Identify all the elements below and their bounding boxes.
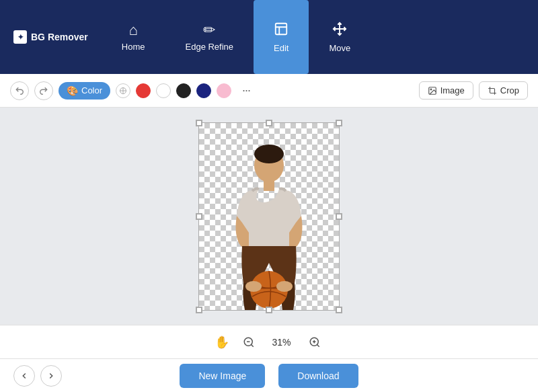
canvas-area [0, 108, 538, 325]
crop-label: Crop [500, 85, 519, 95]
app-title: BG Remover [31, 32, 88, 42]
edit-icon [274, 22, 289, 39]
nav-item-edit[interactable]: Edit [254, 0, 309, 74]
nav-label-move: Move [329, 43, 350, 53]
svg-point-10 [245, 281, 262, 292]
svg-line-16 [317, 344, 319, 346]
color-swatch-pink[interactable] [217, 83, 231, 98]
svg-point-5 [430, 89, 432, 90]
home-icon: ⌂ [129, 23, 138, 38]
crop-handle-bottom-right[interactable] [336, 307, 342, 313]
svg-rect-0 [276, 23, 287, 34]
more-colors-button[interactable]: ··· [237, 83, 256, 98]
crop-handle-top-middle[interactable] [266, 120, 272, 126]
color-button[interactable]: 🎨 Color [59, 82, 110, 100]
prev-button[interactable] [13, 365, 35, 387]
app-logo-icon: ✦ [13, 30, 27, 44]
color-wheel-icon: 🎨 [67, 85, 78, 96]
color-swatch-darkblue[interactable] [196, 83, 211, 98]
svg-point-11 [276, 281, 293, 292]
person-svg [215, 135, 323, 310]
crop-handle-top-left[interactable] [196, 120, 202, 126]
undo-button[interactable] [10, 81, 29, 100]
main-content: 🎨 Color ··· Image [0, 74, 538, 392]
image-label: Image [440, 85, 465, 95]
move-icon [332, 22, 347, 39]
color-swatch-white[interactable] [156, 83, 171, 98]
toolbar-right: Image Crop [419, 81, 528, 100]
color-separator [116, 83, 130, 98]
zoom-out-button[interactable] [239, 333, 258, 352]
nav-items: ⌂ Home ✏ Edge Refine Edit Move [102, 0, 371, 74]
new-image-button[interactable]: New Image [180, 364, 265, 388]
download-label: Download [297, 370, 339, 381]
action-row: New Image Download [0, 358, 538, 392]
redo-button[interactable] [34, 81, 53, 100]
toolbar: 🎨 Color ··· Image [0, 74, 538, 108]
nav-label-home: Home [122, 42, 145, 52]
image-button[interactable]: Image [419, 81, 473, 100]
image-icon [428, 86, 437, 95]
image-container[interactable] [198, 122, 340, 311]
color-label: Color [81, 85, 102, 95]
new-image-label: New Image [198, 370, 246, 381]
crop-icon [488, 86, 497, 95]
svg-rect-8 [264, 181, 274, 191]
bottom-toolbar: ✋ 31% [0, 325, 538, 358]
download-button[interactable]: Download [278, 364, 358, 388]
nav-label-edge-refine: Edge Refine [186, 42, 234, 52]
nav-item-home[interactable]: ⌂ Home [102, 0, 165, 74]
person-image [215, 135, 323, 310]
crop-handle-middle-left[interactable] [196, 213, 202, 220]
next-button[interactable] [40, 365, 62, 387]
hand-icon: ✋ [215, 335, 229, 350]
svg-point-7 [254, 145, 284, 163]
color-swatch-black[interactable] [176, 83, 191, 98]
zoom-level: 31% [268, 337, 295, 348]
header: ✦ BG Remover ⌂ Home ✏ Edge Refine Edit [0, 0, 538, 74]
crop-handle-middle-right[interactable] [336, 213, 342, 220]
color-swatch-red[interactable] [136, 83, 151, 98]
nav-label-edit: Edit [274, 43, 289, 53]
crop-button[interactable]: Crop [479, 81, 528, 100]
crop-handle-bottom-middle[interactable] [266, 307, 272, 313]
crop-handle-bottom-left[interactable] [196, 307, 202, 313]
zoom-in-button[interactable] [305, 333, 324, 352]
svg-line-13 [251, 344, 253, 346]
app-logo: ✦ BG Remover [7, 30, 95, 44]
edge-refine-icon: ✏ [203, 23, 215, 38]
nav-item-move[interactable]: Move [309, 0, 371, 74]
nav-item-edge-refine[interactable]: ✏ Edge Refine [165, 0, 254, 74]
crop-handle-top-right[interactable] [336, 120, 342, 126]
